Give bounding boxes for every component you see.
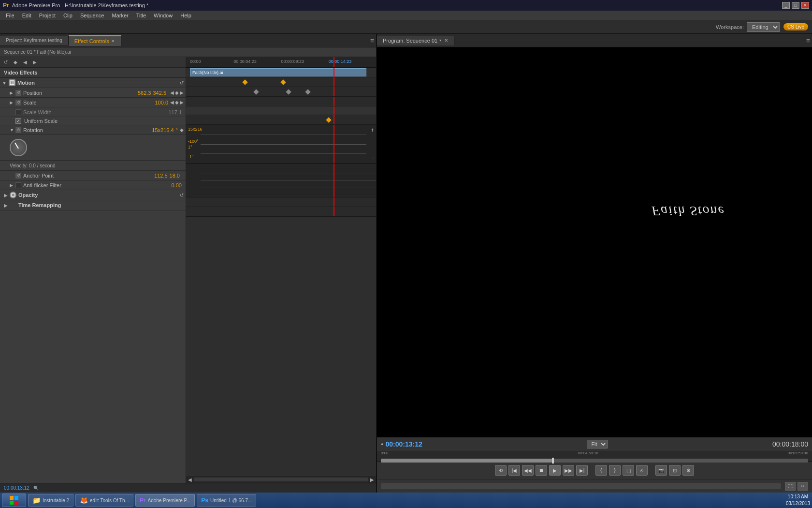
- jump-prev-btn[interactable]: |◀: [508, 465, 520, 476]
- minimize-button[interactable]: _: [782, 2, 790, 9]
- rotation-wheel[interactable]: [10, 139, 27, 156]
- antiflicker-value[interactable]: 0.00: [172, 182, 182, 188]
- scroll-left-btn[interactable]: ◀: [188, 477, 192, 482]
- motion-expand-arrow[interactable]: ▼: [2, 80, 7, 86]
- start-button[interactable]: [2, 493, 26, 507]
- scale-value[interactable]: 100.0: [155, 100, 168, 105]
- settings-btn[interactable]: ⚙: [682, 465, 694, 476]
- program-menu-button[interactable]: ≡: [806, 37, 810, 45]
- volume-slider[interactable]: [381, 483, 781, 489]
- ec-clip-bar[interactable]: Faith(No title).ai: [190, 68, 366, 76]
- anchor-y-value[interactable]: 18.0: [170, 173, 180, 179]
- scale-toggle[interactable]: ⏱: [15, 100, 21, 105]
- export-frame-btn[interactable]: 📷: [655, 465, 667, 476]
- anchor-point-toggle[interactable]: ⏱: [15, 173, 21, 179]
- rotation-toggle[interactable]: ⏱: [15, 127, 21, 133]
- taskbar-firefox-btn[interactable]: 🦊 edit: Tools Of Th...: [75, 494, 133, 507]
- opacity-reset-button[interactable]: ↺: [180, 193, 184, 198]
- pos-nav-next[interactable]: ▶: [180, 90, 184, 95]
- pos-add-kf[interactable]: ◆: [175, 90, 179, 95]
- position-expand[interactable]: ▶: [10, 90, 14, 95]
- step-fwd-btn[interactable]: ▶▶: [563, 465, 574, 476]
- program-tab-close[interactable]: ✕: [444, 38, 448, 43]
- workspace-dropdown[interactable]: Editing: [747, 22, 780, 32]
- ec-zoom-out[interactable]: 🔍: [33, 486, 39, 491]
- program-monitor-tab[interactable]: Program: Sequence 01 ▾ ✕: [377, 36, 454, 45]
- menu-sequence[interactable]: Sequence: [76, 12, 108, 19]
- rot-graph-remove[interactable]: -: [372, 154, 374, 161]
- menu-help[interactable]: Help: [176, 12, 195, 19]
- full-screen-btn[interactable]: ⛶: [785, 482, 796, 491]
- taskbar-folder-btn[interactable]: 📁 Instrutable 2: [28, 494, 73, 507]
- scale-nav-prev[interactable]: ◀: [170, 100, 174, 105]
- pos-nav-prev[interactable]: ◀: [170, 90, 174, 95]
- position-toggle[interactable]: ⏱: [15, 90, 21, 96]
- mark-out-btn[interactable]: }: [609, 465, 621, 476]
- ruler-t0: 00:00: [190, 59, 201, 64]
- scale-width-value[interactable]: 117.1: [168, 109, 182, 115]
- panel-menu-button[interactable]: ≡: [370, 37, 374, 45]
- menu-edit[interactable]: Edit: [18, 12, 35, 19]
- tab-close-icon[interactable]: ✕: [111, 39, 115, 44]
- cs-live-button[interactable]: CS Live: [783, 23, 808, 30]
- menu-file[interactable]: File: [2, 12, 18, 19]
- add-keyframe-icon[interactable]: ◆: [12, 59, 19, 66]
- uniform-scale-checkbox[interactable]: ✓: [15, 118, 21, 124]
- menu-window[interactable]: Window: [150, 12, 176, 19]
- scale-width-toggle[interactable]: [15, 109, 21, 115]
- scale-kf-3[interactable]: [305, 89, 310, 94]
- scale-kf-2[interactable]: [286, 89, 291, 94]
- step-back-btn[interactable]: ◀◀: [522, 465, 534, 476]
- taskbar-premiere-btn[interactable]: Pr Adobe Premiere P...: [135, 494, 195, 507]
- fit-dropdown[interactable]: Fit: [587, 440, 608, 448]
- pos-kf-1[interactable]: [242, 79, 247, 85]
- play-stop-btn[interactable]: ⏹: [536, 465, 547, 476]
- scroll-right-btn[interactable]: ▶: [370, 477, 374, 482]
- scrubber-bar[interactable]: [381, 459, 808, 463]
- extract-btn[interactable]: ⬚: [623, 465, 634, 476]
- time-remap-expand[interactable]: ▶: [4, 203, 8, 208]
- rot-graph-add[interactable]: +: [371, 127, 374, 134]
- maximize-button[interactable]: □: [792, 2, 799, 9]
- antiflicker-expand[interactable]: ▶: [10, 183, 14, 188]
- scale-nav-next[interactable]: ▶: [180, 100, 184, 105]
- scale-add-kf[interactable]: ◆: [175, 100, 179, 105]
- rotation-expand[interactable]: ▼: [10, 128, 14, 133]
- program-scrubber[interactable]: 0:00 00:04:59:16 00:09:59:00: [377, 451, 812, 462]
- close-button[interactable]: ✕: [801, 2, 809, 9]
- antiflicker-toggle[interactable]: [15, 182, 21, 188]
- effect-controls-tab[interactable]: Effect Controls ✕: [69, 35, 121, 46]
- program-tab-dropdown[interactable]: ▾: [439, 38, 441, 43]
- pos-kf-2[interactable]: [280, 79, 286, 85]
- loop-btn[interactable]: ⟲: [495, 465, 507, 476]
- rot-kf-1[interactable]: [326, 117, 331, 122]
- rotation-value[interactable]: 15x216.4: [152, 127, 174, 133]
- nav-next-icon[interactable]: ▶: [31, 59, 39, 66]
- safe-margins-btn[interactable]: ⊡: [669, 465, 681, 476]
- trim-btn[interactable]: ✂: [798, 482, 808, 491]
- motion-header[interactable]: ▼ Motion ↺: [0, 78, 186, 88]
- project-tab[interactable]: Project: Keyframes testing: [0, 36, 69, 45]
- menu-clip[interactable]: Clip: [59, 12, 76, 19]
- menu-project[interactable]: Project: [35, 12, 59, 19]
- anchor-x-value[interactable]: 112.5: [154, 173, 168, 179]
- scrubber-handle[interactable]: [552, 458, 554, 463]
- jump-next-btn[interactable]: ▶|: [576, 465, 588, 476]
- lift-btn[interactable]: ⎋: [636, 465, 648, 476]
- motion-reset-button[interactable]: ↺: [180, 80, 184, 86]
- scale-expand[interactable]: ▶: [10, 100, 14, 105]
- current-timecode[interactable]: 00:00:13:12: [385, 440, 422, 448]
- rot-add-kf[interactable]: ◆: [180, 127, 184, 133]
- taskbar-photoshop-btn[interactable]: Ps Untitled-1 @ 66.7...: [197, 494, 256, 507]
- position-x-value[interactable]: 562.3: [138, 90, 151, 96]
- mark-in-btn[interactable]: {: [595, 465, 607, 476]
- opacity-expand[interactable]: ▶: [4, 193, 8, 198]
- position-y-value[interactable]: 342.5: [153, 90, 166, 96]
- menu-marker[interactable]: Marker: [108, 12, 132, 19]
- menu-title[interactable]: Title: [132, 12, 150, 19]
- play-btn[interactable]: ▶: [549, 465, 561, 476]
- nav-prev-icon[interactable]: ◀: [21, 59, 29, 66]
- reset-icon[interactable]: ↺: [2, 59, 10, 66]
- ec-scrollbar[interactable]: [194, 478, 368, 481]
- scale-kf-1[interactable]: [254, 89, 259, 94]
